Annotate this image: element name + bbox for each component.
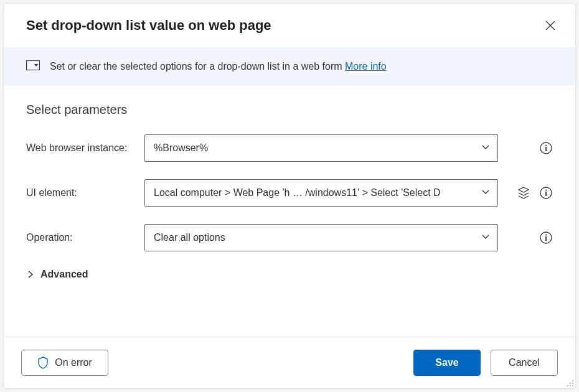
operation-dropdown[interactable]: Clear all options [144,224,498,251]
advanced-toggle[interactable]: Advanced [27,269,553,280]
svg-point-13 [567,385,568,386]
info-icon [540,231,552,244]
chevron-down-icon [481,142,490,154]
banner-description: Set or clear the selected options for a … [50,61,345,72]
resize-grip-icon[interactable] [565,378,574,387]
operation-label: Operation: [26,232,144,243]
svg-point-11 [570,383,571,384]
uielement-picker-button[interactable] [517,186,530,200]
uielement-value: Local computer > Web Page 'h … /windows1… [154,187,441,198]
info-banner: Set or clear the selected options for a … [4,47,575,85]
svg-point-8 [545,234,547,235]
dialog-title: Set drop-down list value on web page [26,17,271,34]
operation-info-button[interactable] [539,231,553,245]
param-row-operation: Operation: Clear all options [26,224,553,251]
svg-point-14 [570,385,571,386]
info-icon [540,187,552,199]
banner-text: Set or clear the selected options for a … [50,61,387,72]
svg-rect-0 [27,61,40,70]
chevron-right-icon [27,271,34,278]
svg-rect-6 [545,192,547,196]
cancel-label: Cancel [509,357,540,368]
dialog-content: Select parameters Web browser instance: … [4,85,575,337]
footer-right: Save Cancel [413,350,558,376]
dialog: Set drop-down list value on web page Set… [3,3,576,389]
on-error-button[interactable]: On error [21,350,108,376]
dialog-footer: On error Save Cancel [4,337,575,388]
close-icon [545,21,555,30]
section-title: Select parameters [26,103,553,117]
operation-value: Clear all options [154,232,225,243]
svg-point-10 [572,380,573,381]
param-row-browser: Web browser instance: %Browser% [26,134,553,162]
save-label: Save [435,357,458,368]
operation-control: Clear all options [144,224,498,251]
info-icon [540,142,552,154]
browser-info-button[interactable] [539,141,553,155]
cancel-button[interactable]: Cancel [491,350,558,376]
layers-icon [517,187,530,199]
uielement-label: UI element: [26,187,144,198]
svg-point-5 [545,189,547,190]
svg-rect-9 [545,236,547,241]
uielement-control: Local computer > Web Page 'h … /windows1… [144,179,498,207]
browser-label: Web browser instance: [26,142,144,154]
svg-rect-3 [545,147,547,151]
browser-dropdown[interactable]: %Browser% [144,134,498,162]
dropdown-action-icon [26,60,40,72]
uielement-dropdown[interactable]: Local computer > Web Page 'h … /windows1… [144,179,498,207]
chevron-down-icon [481,187,490,198]
save-button[interactable]: Save [413,350,481,376]
svg-point-15 [572,385,573,386]
browser-control: %Browser% [144,134,498,162]
shield-icon [37,357,49,369]
svg-point-12 [572,383,573,384]
advanced-label: Advanced [40,269,88,280]
dialog-header: Set drop-down list value on web page [4,4,575,47]
svg-point-2 [545,144,547,146]
close-button[interactable] [543,18,558,33]
more-info-link[interactable]: More info [345,61,387,72]
uielement-info-button[interactable] [539,186,553,200]
chevron-down-icon [481,232,490,243]
on-error-label: On error [55,357,92,368]
browser-value: %Browser% [154,142,208,154]
param-row-uielement: UI element: Local computer > Web Page 'h… [26,179,553,207]
